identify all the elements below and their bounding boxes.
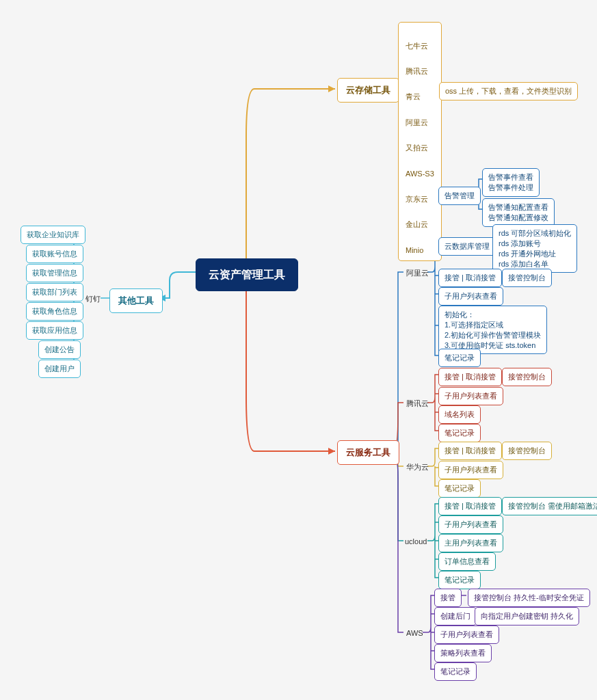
aws-backdoor-sub[interactable]: 向指定用户创建密钥 持久化 [475, 607, 579, 625]
branch-other-tools[interactable]: 其他工具 [109, 288, 163, 313]
prov-1: 腾讯云 [406, 67, 428, 75]
aws-subuser[interactable]: 子用户列表查看 [434, 625, 499, 644]
aliyun-init[interactable]: 初始化： 1.可选择指定区域 2.初始化可操作告警管理模块 3.可使用临时凭证 … [438, 306, 547, 354]
storage-providers-list[interactable]: 七牛云 腾讯云 青云 阿里云 又拍云 AWS-S3 京东云 金山云 Minio [398, 22, 442, 261]
other-item-4[interactable]: 获取角色信息 [26, 302, 83, 321]
ucloud-takeover[interactable]: 接管 | 取消接管 [438, 497, 502, 515]
svg-marker-1 [328, 85, 335, 92]
aliyun-db-sub[interactable]: rds 可部分区域初始化 rds 添加账号 rds 开通外网地址 rds 添加白… [492, 224, 577, 273]
prov-8: Minio [406, 246, 423, 254]
other-item-7[interactable]: 创建用户 [38, 360, 81, 378]
aliyun-takeover-sub[interactable]: 接管控制台 [502, 269, 552, 287]
ucloud-notes[interactable]: 笔记记录 [438, 571, 481, 589]
aws-takeover[interactable]: 接管 [434, 589, 462, 607]
prov-4: 又拍云 [406, 144, 428, 152]
other-item-1[interactable]: 获取账号信息 [26, 245, 83, 263]
tencent-takeover[interactable]: 接管 | 取消接管 [438, 368, 502, 386]
aliyun-db-mgmt[interactable]: 云数据库管理 [438, 237, 496, 256]
aliyun-alarm-sub2[interactable]: 告警通知配置查看 告警通知配置修改 [482, 198, 555, 227]
aliyun-alarm-sub1[interactable]: 告警事件查看 告警事件处理 [482, 168, 540, 197]
prov-0: 七牛云 [406, 42, 428, 50]
other-item-6[interactable]: 创建公告 [38, 340, 81, 359]
tencent-domain[interactable]: 域名列表 [438, 405, 481, 424]
ucloud-mainuser[interactable]: 主用户列表查看 [438, 534, 503, 552]
tencent-takeover-sub[interactable]: 接管控制台 [502, 368, 552, 386]
prov-5: AWS-S3 [406, 170, 434, 178]
root-node[interactable]: 云资产管理工具 [196, 258, 298, 291]
huawei-takeover[interactable]: 接管 | 取消接管 [438, 442, 502, 460]
aliyun-alarm-mgmt[interactable]: 告警管理 [438, 187, 481, 205]
huawei-subuser[interactable]: 子用户列表查看 [438, 461, 503, 479]
other-item-3[interactable]: 获取部门列表 [26, 283, 83, 301]
provider-aws[interactable]: AWS [403, 627, 426, 640]
aws-policy[interactable]: 策略列表查看 [434, 644, 492, 662]
node-dingding[interactable]: 钉钉 [83, 293, 103, 306]
huawei-takeover-sub[interactable]: 接管控制台 [502, 442, 552, 460]
ucloud-order[interactable]: 订单信息查看 [438, 552, 496, 571]
branch-storage-tools[interactable]: 云存储工具 [337, 78, 399, 103]
huawei-notes[interactable]: 笔记记录 [438, 479, 481, 498]
svg-marker-2 [328, 448, 335, 455]
ucloud-takeover-sub[interactable]: 接管控制台 需使用邮箱激活 [502, 497, 597, 515]
aws-backdoor[interactable]: 创建后门 [434, 607, 477, 625]
aliyun-takeover[interactable]: 接管 | 取消接管 [438, 269, 502, 287]
other-item-2[interactable]: 获取管理信息 [26, 264, 83, 282]
mindmap-canvas: 云资产管理工具 其他工具 钉钉 获取企业知识库 获取账号信息 获取管理信息 获取… [0, 0, 597, 700]
provider-huawei[interactable]: 华为云 [403, 461, 432, 474]
other-item-0[interactable]: 获取企业知识库 [21, 226, 85, 244]
prov-3: 阿里云 [406, 118, 428, 126]
other-item-5[interactable]: 获取应用信息 [26, 321, 83, 340]
prov-2: 青云 [406, 92, 421, 100]
provider-ucloud[interactable]: ucloud [402, 535, 429, 548]
ucloud-subuser[interactable]: 子用户列表查看 [438, 515, 503, 534]
tencent-subuser[interactable]: 子用户列表查看 [438, 387, 503, 405]
prov-6: 京东云 [406, 195, 428, 203]
aws-takeover-sub[interactable]: 接管控制台 持久性-临时安全凭证 [468, 589, 590, 607]
prov-7: 金山云 [406, 220, 428, 228]
provider-tencent[interactable]: 腾讯云 [403, 397, 432, 410]
tencent-notes[interactable]: 笔记记录 [438, 424, 481, 442]
aws-notes[interactable]: 笔记记录 [434, 662, 477, 681]
branch-service-tools[interactable]: 云服务工具 [337, 440, 399, 465]
storage-capability[interactable]: oss 上传，下载，查看，文件类型识别 [439, 82, 578, 100]
aliyun-subuser[interactable]: 子用户列表查看 [438, 287, 503, 306]
provider-aliyun[interactable]: 阿里云 [403, 267, 432, 280]
aliyun-notes[interactable]: 笔记记录 [438, 349, 481, 367]
